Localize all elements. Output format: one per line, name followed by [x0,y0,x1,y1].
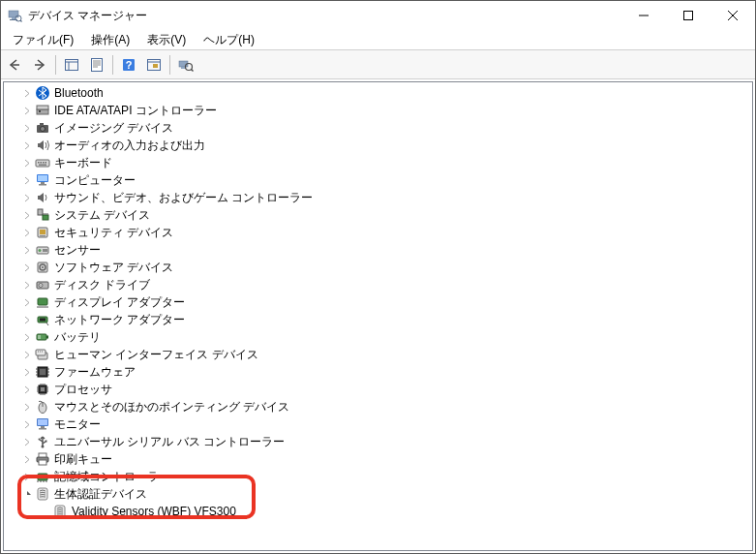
chevron-right-icon[interactable] [21,311,33,328]
svg-rect-34 [40,123,44,125]
properties-button[interactable] [85,53,108,77]
chevron-right-icon[interactable] [21,154,33,171]
chevron-right-icon[interactable] [21,381,33,398]
chevron-right-icon[interactable] [21,328,33,346]
tree-node[interactable]: キーボード [4,154,752,171]
svg-rect-115 [39,453,46,457]
tree-node[interactable]: バッテリ [4,328,752,346]
chevron-right-icon[interactable] [21,137,33,154]
svg-rect-76 [36,350,45,355]
svg-rect-74 [38,335,41,339]
tree-node[interactable]: ファームウェア [4,363,752,381]
show-hide-button[interactable] [60,53,83,77]
back-button[interactable] [3,53,26,77]
tree-node[interactable]: システム デバイス [4,206,752,224]
tree-node[interactable]: 印刷キュー [4,450,752,468]
chevron-down-icon[interactable] [21,485,33,503]
chevron-right-icon[interactable] [21,224,33,241]
tree-node-label: ディスプレイ アダプター [54,294,185,311]
menu-file[interactable]: ファイル(F) [5,30,81,50]
svg-rect-39 [45,162,47,164]
svg-rect-70 [40,319,45,322]
chevron-right-icon[interactable] [21,398,33,416]
chevron-right-icon[interactable] [21,241,33,259]
tree-node[interactable]: マウスとそのほかのポインティング デバイス [4,398,752,416]
tree-node[interactable]: ソフトウェア デバイス [4,259,752,276]
tree-node-label: システム デバイス [54,207,150,224]
mouse-icon [35,399,50,415]
print-icon [35,451,50,467]
svg-rect-46 [43,215,48,220]
keyboard-icon [35,155,50,170]
chevron-right-icon[interactable] [21,206,33,224]
chevron-right-icon[interactable] [21,363,33,381]
maximize-button[interactable] [666,1,711,30]
tree-node-label: Validity Sensors (WBF) VFS300 [72,505,236,518]
system-icon [35,207,50,223]
monitor-icon [35,416,50,432]
tree-node-label: イメージング デバイス [54,120,173,137]
svg-rect-38 [43,162,45,164]
chevron-right-icon[interactable] [21,293,33,311]
scan-button[interactable] [174,53,197,77]
tree-node[interactable]: コンピューター [4,171,752,189]
tree-node[interactable]: ネットワーク アダプター [4,311,752,328]
chevron-right-icon[interactable] [21,416,33,433]
display-icon [35,294,50,310]
svg-text:?: ? [126,59,133,71]
menu-help[interactable]: ヘルプ(H) [196,30,262,50]
chevron-right-icon[interactable] [21,84,33,102]
tree-node[interactable]: ユニバーサル シリアル バス コントローラー [4,433,752,450]
tree-node[interactable]: ディスプレイ アダプター [4,293,752,311]
tree-node[interactable]: プロセッサ [4,381,752,398]
tree-node[interactable]: モニター [4,416,752,433]
tree-node[interactable]: イメージング デバイス [4,119,752,137]
tree-node-label: セキュリティ デバイス [54,225,173,241]
processor-icon [35,382,50,397]
chevron-right-icon[interactable] [21,189,33,206]
tree-node[interactable]: セキュリティ デバイス [4,224,752,241]
tree-node[interactable]: オーディオの入力および出力 [4,137,752,154]
chevron-right-icon[interactable] [21,346,33,363]
svg-point-111 [39,439,41,441]
device-tree[interactable]: Bluetooth IDE ATA/ATAPI コントローラー イメージング デ… [3,81,753,551]
storage-icon [35,469,50,484]
svg-line-27 [192,69,194,71]
svg-rect-31 [39,110,41,112]
forward-button[interactable] [28,53,51,77]
chevron-right-icon[interactable] [21,259,33,276]
help-button[interactable]: ? [117,53,140,77]
tree-node-label: IDE ATA/ATAPI コントローラー [54,103,217,119]
menubar: ファイル(F) 操作(A) 表示(V) ヘルプ(H) [1,30,755,50]
tree-node[interactable]: サウンド、ビデオ、およびゲーム コントローラー [4,189,752,206]
svg-rect-45 [38,209,43,215]
chevron-right-icon[interactable] [21,119,33,137]
tree-node-label: センサー [54,242,101,259]
imaging-icon [35,120,50,136]
chevron-right-icon[interactable] [21,450,33,468]
tree-node[interactable]: Bluetooth [4,84,752,102]
titlebar: デバイス マネージャー [1,1,755,30]
tree-node[interactable]: ヒューマン インターフェイス デバイス [4,346,752,363]
svg-rect-106 [41,426,45,428]
scan-hardware-button[interactable] [142,53,166,77]
chevron-right-icon[interactable] [21,433,33,450]
tree-node-device[interactable]: Validity Sensors (WBF) VFS300 [4,503,752,520]
chevron-right-icon[interactable] [21,171,33,189]
svg-line-71 [46,323,48,325]
tree-node-biometric[interactable]: 生体認証デバイス [4,485,752,503]
minimize-button[interactable] [621,1,666,30]
menu-view[interactable]: 表示(V) [139,30,194,50]
tree-node[interactable]: IDE ATA/ATAPI コントローラー [4,102,752,119]
chevron-right-icon[interactable] [21,276,33,293]
tree-node[interactable]: 記憶域コントローラー [4,468,752,485]
tree-node[interactable]: ディスク ドライブ [4,276,752,293]
security-icon [35,225,50,240]
biometric-icon [52,504,68,519]
tree-node[interactable]: センサー [4,241,752,259]
close-button[interactable] [711,1,755,30]
tree-node-label: 記憶域コントローラー [54,469,170,485]
chevron-right-icon[interactable] [21,468,33,485]
menu-action[interactable]: 操作(A) [83,30,137,50]
chevron-right-icon[interactable] [21,102,33,119]
